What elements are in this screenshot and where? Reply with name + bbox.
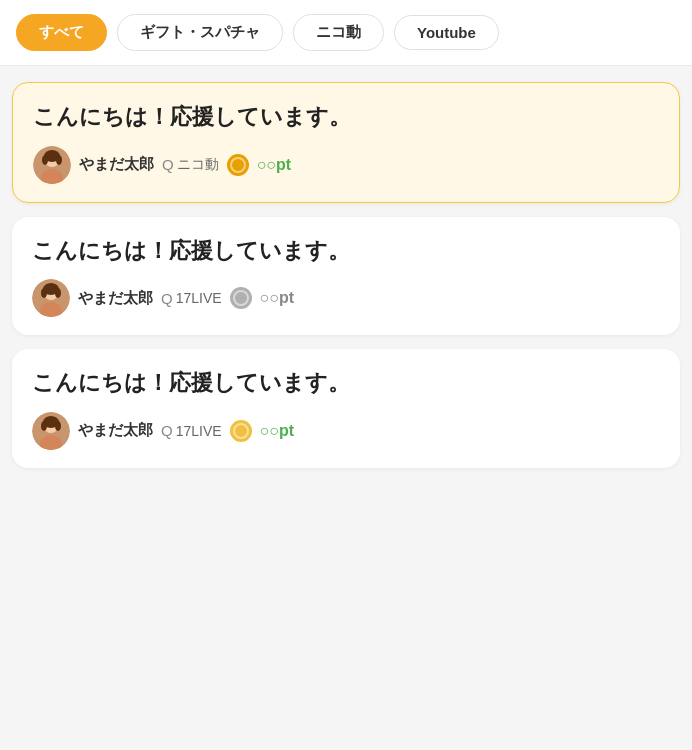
card-2-message: こんにちは！応援しています。 <box>32 237 660 266</box>
platform-2: Q 17LIVE <box>161 290 222 307</box>
card-2: こんにちは！応援しています。 やまだ太郎 Q 17LIVE ○○pt <box>12 217 680 336</box>
svg-point-19 <box>41 421 47 431</box>
card-3: こんにちは！応援しています。 やまだ太郎 Q 17LIVE ○○pt <box>12 349 680 468</box>
username-2: やまだ太郎 <box>78 289 153 308</box>
card-1: こんにちは！応援しています。 やまだ太郎 Q ニコ動 ○○pt <box>12 82 680 203</box>
q-icon-1: Q <box>162 156 174 173</box>
avatar-2 <box>32 279 70 317</box>
card-2-meta: やまだ太郎 Q 17LIVE ○○pt <box>32 279 660 317</box>
card-1-message: こんにちは！応援しています。 <box>33 103 659 132</box>
coin-inner-1 <box>230 157 246 173</box>
platform-1: Q ニコ動 <box>162 156 219 174</box>
svg-point-20 <box>55 421 61 431</box>
points-2: ○○pt <box>260 289 294 307</box>
tab-youtube[interactable]: Youtube <box>394 15 499 50</box>
coin-icon-1 <box>227 154 249 176</box>
tab-niconico[interactable]: ニコ動 <box>293 14 384 51</box>
tab-bar: すべて ギフト・スパチャ ニコ動 Youtube <box>0 0 692 66</box>
coin-inner-2 <box>233 290 249 306</box>
svg-point-13 <box>55 288 61 298</box>
avatar-1 <box>33 146 71 184</box>
username-3: やまだ太郎 <box>78 421 153 440</box>
q-icon-3: Q <box>161 422 173 439</box>
points-3: ○○pt <box>260 422 294 440</box>
avatar-3 <box>32 412 70 450</box>
platform-label-2: 17LIVE <box>176 290 222 306</box>
coin-inner-3 <box>233 423 249 439</box>
svg-point-5 <box>42 155 48 165</box>
coin-icon-3 <box>230 420 252 442</box>
platform-label-3: 17LIVE <box>176 423 222 439</box>
card-1-meta: やまだ太郎 Q ニコ動 ○○pt <box>33 146 659 184</box>
content-area: こんにちは！応援しています。 やまだ太郎 Q ニコ動 ○○pt <box>0 66 692 484</box>
card-3-meta: やまだ太郎 Q 17LIVE ○○pt <box>32 412 660 450</box>
tab-gift[interactable]: ギフト・スパチャ <box>117 14 283 51</box>
tab-all[interactable]: すべて <box>16 14 107 51</box>
points-1: ○○pt <box>257 156 291 174</box>
q-icon-2: Q <box>161 290 173 307</box>
coin-icon-2 <box>230 287 252 309</box>
svg-point-6 <box>56 155 62 165</box>
username-1: やまだ太郎 <box>79 155 154 174</box>
card-3-message: こんにちは！応援しています。 <box>32 369 660 398</box>
platform-3: Q 17LIVE <box>161 422 222 439</box>
svg-point-12 <box>41 288 47 298</box>
platform-label-1: ニコ動 <box>177 156 219 174</box>
